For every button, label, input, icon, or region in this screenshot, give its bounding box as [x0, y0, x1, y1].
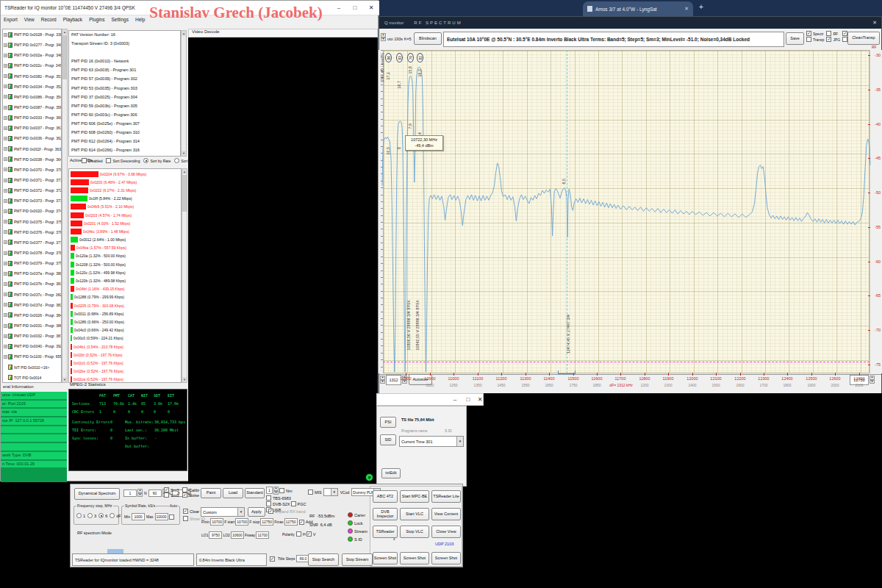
menu-item-playback[interactable]: Playback: [63, 17, 82, 22]
screenshot-button[interactable]: Screen Shot: [400, 552, 429, 564]
tree-item[interactable]: +PMT PID 0x037c - Progr. 382: [3, 290, 61, 300]
browser-tab[interactable]: Amos 3/7 at 4.0°W - LyngSat ✕: [583, 1, 693, 16]
tree-item[interactable]: +PMT PID 0x0020 - Progr. 374: [3, 206, 61, 216]
menu-item-settings[interactable]: Settings: [111, 17, 129, 22]
tree-item[interactable]: +PMT PID 0x037a - Progr. 380: [3, 268, 61, 279]
expand-icon[interactable]: +: [4, 272, 7, 276]
close-button[interactable]: ✕: [474, 395, 486, 405]
tree-item[interactable]: +PMT PID 0x037d - Progr. 383: [3, 300, 61, 310]
tree-item[interactable]: +PMT PID 0x0037 - Progr. 361: [3, 123, 61, 133]
sid-button[interactable]: SID: [380, 434, 396, 445]
pid-row[interactable]: 0x04b1 (0.54% - 203.78 Kbps): [69, 343, 181, 351]
pid-row[interactable]: 0x04bc (3.89% - 1.48 Mbps): [69, 227, 181, 235]
launcher-tsreader-lite[interactable]: TSReader Lite: [431, 490, 461, 503]
tree-item[interactable]: NIT PID 0x0010 <16>: [3, 362, 61, 373]
pid-row[interactable]: 0x120c (1.32% - 499.98 Kbps): [69, 268, 181, 276]
launcher-close-view[interactable]: Close View: [431, 526, 461, 538]
menu-item-help[interactable]: Help: [135, 17, 145, 22]
expand-icon[interactable]: +: [4, 43, 7, 47]
launcher-dvb-inspector[interactable]: DVB Inspector: [373, 508, 398, 520]
auto-spinner[interactable]: ▲▼: [381, 33, 386, 41]
expand-icon[interactable]: +: [4, 240, 7, 244]
tree-item[interactable]: +PMT PID 0x0277 - Progr. 340: [3, 40, 61, 50]
expand-icon[interactable]: +: [4, 157, 7, 161]
autosize-button[interactable]: Autosize: [409, 374, 432, 385]
window-titlebar[interactable]: TSReader for IQ monitor 10°0E 11474450 V…: [1, 1, 379, 15]
tree-item[interactable]: +PMT PID 0x0087 - Progr. 356: [3, 102, 61, 112]
pid-row[interactable]: 0x0203 (4.57% - 1.74 Mbps): [69, 211, 181, 219]
pid-row[interactable]: 0x1288 (0.79% - 299.99 Kbps): [69, 293, 181, 301]
expand-icon[interactable]: +: [4, 220, 7, 223]
expand-icon[interactable]: +: [4, 126, 7, 130]
fmax-value[interactable]: 12750: [850, 375, 869, 385]
pid-row[interactable]: 0x1208 (1.32% - 500.00 Kbps): [69, 260, 181, 268]
tree-item[interactable]: +PMT PID 0x0378 - Progr. 378: [3, 248, 61, 258]
expand-icon[interactable]: +: [4, 313, 7, 317]
tree-item[interactable]: +PMT PID 0x0086 - Progr. 354: [3, 92, 61, 102]
expand-icon[interactable]: +: [4, 147, 7, 151]
pid-row[interactable]: 0x0012 (2.64% - 1.00 Mbps): [69, 236, 181, 244]
pid-row[interactable]: 0x120a (1.32% - 500.00 Kbps): [69, 252, 181, 260]
pid-row[interactable]: 0x120b (1.32% - 489.98 Kbps): [69, 276, 181, 284]
screenshot-button[interactable]: Screen Shot: [431, 552, 461, 564]
screenshot-button[interactable]: Screen Shot: [373, 552, 398, 564]
launcher-start-mpc-be[interactable]: Start MPC-BE: [400, 490, 429, 503]
tree-item[interactable]: +PMT PID 0x0032 - Progr. 387: [3, 331, 61, 341]
save-button[interactable]: Save: [786, 32, 804, 45]
tree-item[interactable]: +PMT PID 0x0371 - Progr. 371: [3, 175, 61, 185]
menu-item-export[interactable]: Export: [4, 17, 18, 22]
tree-item[interactable]: +PMT PID 0x0370 - Progr. 370: [3, 165, 61, 175]
tree-item[interactable]: +PMT PID 0x0038 - Progr. 364: [3, 154, 61, 165]
expand-icon[interactable]: +: [4, 137, 7, 140]
expand-icon[interactable]: +: [4, 293, 7, 296]
fmax-spinner[interactable]: ▲▼: [870, 376, 875, 384]
tree-item[interactable]: +PMT PID 0x037b - Progr. 381: [3, 279, 61, 289]
expand-icon[interactable]: +: [4, 303, 7, 306]
tree-item[interactable]: +PMT PID 0x0373 - Progr. 373: [3, 196, 61, 206]
program-combo[interactable]: Current Time 301▼: [399, 436, 464, 447]
launcher-abc-4t2[interactable]: ABC 4T2: [373, 490, 398, 503]
expand-icon[interactable]: +: [4, 282, 7, 286]
expand-icon[interactable]: +: [4, 262, 7, 265]
tree-item[interactable]: +PMT PID 0x0031 - Progr. 386: [3, 320, 61, 331]
tree-item[interactable]: +PMT PID 0x0372 - Progr. 372: [3, 185, 61, 196]
tab-close-icon[interactable]: ✕: [684, 6, 689, 12]
freq-span-spinner-left2[interactable]: ▲▼: [402, 376, 407, 384]
pid-row[interactable]: 0x02be (0.52% - 197.76 Kbps): [69, 368, 181, 376]
expand-icon[interactable]: +: [4, 179, 7, 182]
minimize-button[interactable]: –: [333, 2, 345, 13]
pid-row[interactable]: 0x04b9 (5.51% - 2.10 Mbps): [69, 203, 181, 211]
pid-row[interactable]: 0x02bf (0.52% - 197.76 Kbps): [69, 351, 181, 359]
tree-scrollbar[interactable]: ▲▼: [62, 29, 68, 383]
tree-item[interactable]: TOT PID 0x0014: [3, 373, 61, 383]
pid-row[interactable]: 0x02c0 (0.52% - 197.76 Kbps): [69, 359, 181, 367]
menu-item-record[interactable]: Record: [41, 17, 57, 22]
expand-icon[interactable]: +: [4, 345, 7, 348]
expand-icon[interactable]: +: [4, 209, 7, 213]
maximize-button[interactable]: □: [349, 2, 361, 13]
pid-row[interactable]: 0x04bf (1.16% - 439.15 Kbps): [69, 285, 181, 293]
launcher-view-content[interactable]: View Content: [431, 508, 461, 520]
tree-item[interactable]: +PMT PID 0x0036 - Progr. 362: [3, 133, 61, 143]
pid-sort-option[interactable]: Sort Descending: [106, 158, 140, 163]
tree-item[interactable]: +PMT PID 0x0377 - Progr. 377: [3, 237, 61, 248]
tree-item[interactable]: +PMT PID 0x0034 - Progr. 352: [3, 82, 61, 92]
expand-icon[interactable]: +: [4, 116, 7, 120]
minimize-button[interactable]: –: [449, 395, 461, 405]
pid-row[interactable]: 0x0011 (0.68% - 256.89 Kbps): [69, 309, 181, 318]
tree-item[interactable]: +PMT PID 0x0082 - Progr. 351: [3, 71, 61, 82]
plot-area[interactable]: [383, 50, 870, 373]
tree-item[interactable]: +PMT PID 0x002f - Progr. 363: [3, 144, 61, 154]
pid-row[interactable]: 0x0200 (6.46% - 2.47 Mbps): [69, 178, 181, 186]
tree-item[interactable]: +PMT PID 0x0026 - Progr. 384: [3, 310, 61, 320]
menu-item-view[interactable]: View: [24, 17, 35, 22]
pid-row[interactable]: 0x0204 (9.67% - 3.68 Mbps): [69, 170, 181, 178]
hidden-window-titlebar[interactable]: – □ ✕: [376, 393, 484, 406]
launcher-stop-vlc[interactable]: Stop VLC: [400, 526, 429, 538]
pid-sort-option[interactable]: Disabled: [82, 158, 102, 163]
expand-icon[interactable]: +: [4, 334, 7, 338]
pid-row[interactable]: 0x0201 (4.00% - 1.52 Mbps): [69, 219, 181, 227]
tree-item[interactable]: +PMT PID 0x1100 - Progr. 65534: [3, 351, 61, 362]
txtedit-button[interactable]: txtEdit: [381, 468, 401, 478]
tree-item[interactable]: +PMT PID 0x002c - Progr. 349: [3, 60, 61, 71]
